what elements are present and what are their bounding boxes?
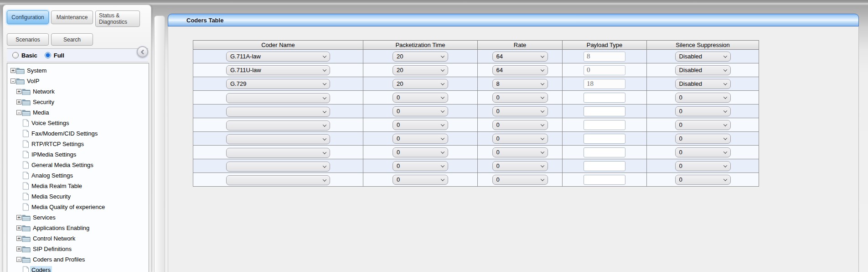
tree-item[interactable]: - Coders and Profiles	[7, 254, 149, 265]
tree-item[interactable]: + Control Network	[7, 233, 149, 244]
tree-item-label[interactable]: SIP Definitions	[31, 245, 73, 253]
payload-type-input[interactable]	[584, 79, 625, 89]
tree-expander-icon[interactable]: +	[16, 99, 21, 105]
silence-suppression-select[interactable]: Disabled	[675, 65, 731, 75]
tree-item-label[interactable]: Services	[31, 214, 57, 221]
packetization-time-select[interactable]: 0	[393, 120, 448, 130]
payload-type-input[interactable]	[584, 161, 625, 171]
coder-name-select[interactable]	[226, 93, 330, 103]
packetization-time-select[interactable]: 20	[393, 79, 448, 89]
tree-expander-icon[interactable]: +	[16, 225, 21, 230]
packetization-time-select[interactable]: 0	[393, 147, 448, 157]
tree-item-label[interactable]: System	[26, 67, 48, 74]
full-radio-label[interactable]: Full	[54, 52, 64, 59]
payload-type-input[interactable]	[584, 147, 625, 157]
tree-item-label[interactable]: Network	[31, 88, 56, 95]
tree-item-label[interactable]: General Media Settings	[30, 161, 95, 169]
packetization-time-select[interactable]: 0	[393, 175, 448, 185]
tree-expander-icon[interactable]: -	[10, 78, 16, 84]
silence-suppression-select[interactable]: 0	[675, 93, 731, 103]
tree-item-label[interactable]: Coders	[30, 266, 52, 272]
collapse-sidebar-button[interactable]	[137, 46, 148, 58]
rate-select[interactable]: 0	[492, 106, 548, 116]
payload-type-input[interactable]	[584, 52, 625, 62]
tree-expander-icon[interactable]: -	[16, 257, 21, 262]
tree-item[interactable]: - Media	[7, 107, 149, 118]
tree-item-label[interactable]: RTP/RTCP Settings	[30, 140, 85, 148]
payload-type-input[interactable]	[584, 65, 625, 75]
coder-name-select[interactable]: G.729	[226, 79, 330, 89]
coder-name-select[interactable]	[226, 148, 330, 158]
tree-item-label[interactable]: Media Realm Table	[30, 182, 83, 190]
rate-select[interactable]: 8	[492, 79, 548, 89]
silence-suppression-select[interactable]: 0	[675, 147, 731, 157]
tree-item[interactable]: Fax/Modem/CID Settings	[7, 128, 149, 139]
tree-expander-icon[interactable]: +	[16, 246, 21, 251]
payload-type-input[interactable]	[584, 106, 625, 116]
scenarios-button[interactable]: Scenarios	[7, 33, 49, 46]
rate-select[interactable]: 0	[492, 147, 548, 157]
tree-item-label[interactable]: Media	[31, 109, 50, 116]
tree-item[interactable]: + Applications Enabling	[7, 223, 149, 233]
coder-name-select[interactable]: G.711U-law	[226, 65, 330, 75]
tree-item-label[interactable]: Fax/Modem/CID Settings	[30, 130, 99, 137]
tree-expander-icon[interactable]: +	[16, 89, 21, 94]
rate-select[interactable]: 0	[492, 134, 548, 144]
silence-suppression-select[interactable]: 0	[675, 134, 731, 144]
search-button[interactable]: Search	[51, 33, 93, 46]
silence-suppression-select[interactable]: 0	[675, 175, 731, 185]
tree-item[interactable]: Coders	[7, 265, 149, 272]
coder-name-select[interactable]	[226, 134, 330, 144]
payload-type-input[interactable]	[584, 93, 625, 103]
tree-item[interactable]: + System	[7, 65, 149, 76]
silence-suppression-select[interactable]: Disabled	[675, 79, 731, 89]
packetization-time-select[interactable]: 0	[393, 106, 448, 116]
tree-item[interactable]: IPMedia Settings	[7, 149, 149, 160]
packetization-time-select[interactable]: 0	[393, 93, 448, 103]
coder-name-select[interactable]: G.711A-law	[226, 52, 330, 62]
rate-select[interactable]: 0	[492, 161, 548, 171]
payload-type-input[interactable]	[584, 134, 625, 144]
packetization-time-select[interactable]: 0	[393, 134, 448, 144]
tree-item-label[interactable]: Applications Enabling	[31, 224, 91, 232]
packetization-time-select[interactable]: 0	[393, 161, 448, 171]
full-radio[interactable]	[45, 52, 51, 58]
tree-item-label[interactable]: VoIP	[26, 77, 41, 85]
tree-expander-icon[interactable]: +	[16, 236, 21, 241]
payload-type-input[interactable]	[584, 120, 625, 130]
payload-type-input[interactable]	[584, 175, 625, 185]
rate-select[interactable]: 0	[492, 120, 548, 130]
panel-splitter[interactable]	[154, 16, 165, 272]
tab-configuration[interactable]: Configuration	[7, 10, 49, 24]
tree-item[interactable]: Media Security	[7, 191, 149, 202]
tree-item[interactable]: + SIP Definitions	[7, 244, 149, 254]
basic-radio[interactable]	[12, 52, 19, 58]
tree-item[interactable]: + Security	[7, 97, 149, 107]
tree-item[interactable]: + Services	[7, 212, 149, 223]
tree-expander-icon[interactable]: +	[10, 68, 16, 73]
tree-item-label[interactable]: Control Network	[31, 235, 77, 242]
tree-item-label[interactable]: Media Quality of experience	[30, 203, 106, 211]
tree-item[interactable]: Media Quality of experience	[7, 202, 149, 212]
tree-item[interactable]: Media Realm Table	[7, 181, 149, 191]
rate-select[interactable]: 0	[492, 175, 548, 185]
tree-item-label[interactable]: Coders and Profiles	[31, 256, 86, 263]
coder-name-select[interactable]	[226, 175, 330, 185]
rate-select[interactable]: 64	[492, 65, 548, 75]
rate-select[interactable]: 0	[492, 93, 548, 103]
tree-item[interactable]: RTP/RTCP Settings	[7, 139, 149, 149]
tree-item[interactable]: General Media Settings	[7, 160, 149, 170]
silence-suppression-select[interactable]: 0	[675, 106, 731, 116]
tree-item-label[interactable]: Voice Settings	[30, 119, 70, 127]
tree-item-label[interactable]: IPMedia Settings	[30, 151, 78, 158]
rate-select[interactable]: 64	[492, 52, 548, 62]
tab-maintenance[interactable]: Maintenance	[51, 10, 93, 24]
coder-name-select[interactable]	[226, 162, 330, 172]
packetization-time-select[interactable]: 20	[393, 52, 448, 62]
silence-suppression-select[interactable]: 0	[675, 120, 731, 130]
tree-item-label[interactable]: Security	[31, 98, 56, 106]
tree-item[interactable]: Voice Settings	[7, 118, 149, 128]
packetization-time-select[interactable]: 20	[393, 65, 448, 75]
tree-item[interactable]: + Network	[7, 86, 149, 97]
tree-item-label[interactable]: Analog Settings	[30, 172, 74, 179]
